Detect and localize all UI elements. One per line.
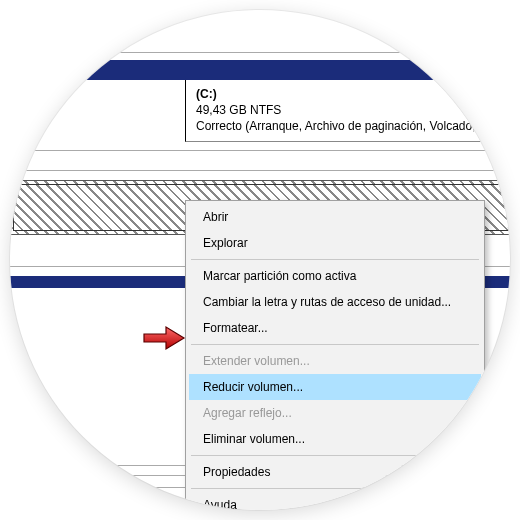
menu-open[interactable]: Abrir [189,204,481,230]
red-arrow-icon [142,325,186,351]
menu-explore[interactable]: Explorar [189,230,481,256]
truncated-text-left: ) [10,100,60,120]
partition-c[interactable]: (C:) 49,43 GB NTFS Correcto (Arranque, A… [185,80,510,142]
menu-extend-volume: Extender volumen... [189,348,481,374]
menu-separator [191,259,479,260]
menu-delete-volume[interactable]: Eliminar volumen... [189,426,481,452]
partition-status: Correcto (Arranque, Archivo de paginació… [196,118,510,134]
menu-format[interactable]: Formatear... [189,315,481,341]
disk-header-bar [10,60,510,80]
menu-change-letter[interactable]: Cambiar la letra y rutas de acceso de un… [189,289,481,315]
menu-mark-active[interactable]: Marcar partición como activa [189,263,481,289]
menu-separator [191,344,479,345]
menu-properties[interactable]: Propiedades [189,459,481,485]
menu-shrink-volume[interactable]: Reducir volumen... [189,374,481,400]
partition-label: (C:) [196,86,510,102]
menu-separator [191,455,479,456]
menu-separator [191,488,479,489]
context-menu: Abrir Explorar Marcar partición como act… [185,200,485,510]
menu-add-mirror: Agregar reflejo... [189,400,481,426]
menu-help[interactable]: Ayuda [189,492,481,510]
partition-size: 49,43 GB NTFS [196,102,510,118]
